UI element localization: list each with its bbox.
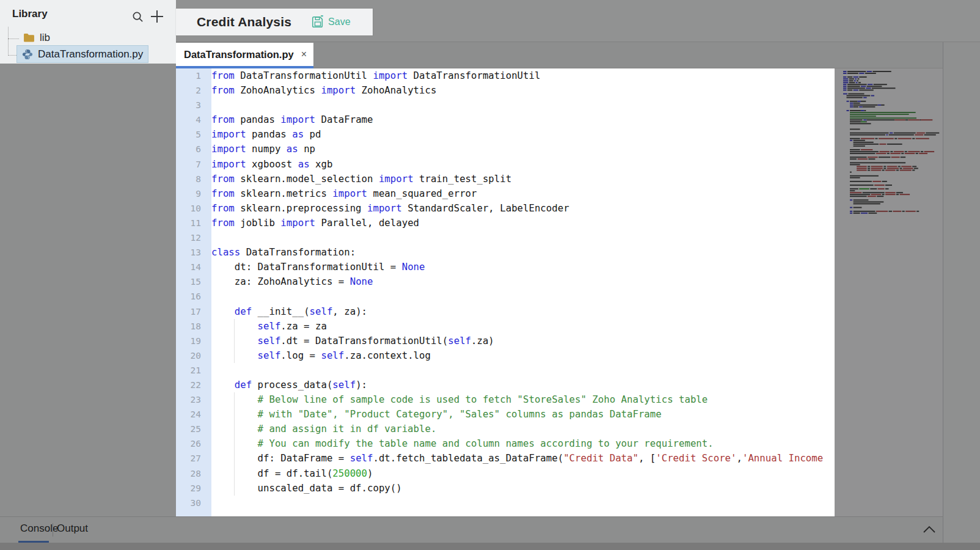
line-number-gutter: 1234567891011121314151617181920212223242… bbox=[176, 68, 211, 516]
line-number: 20 bbox=[176, 348, 211, 363]
folder-icon bbox=[23, 33, 35, 42]
tree-item-label: lib bbox=[40, 32, 50, 44]
line-number: 14 bbox=[176, 260, 211, 274]
line-number: 5 bbox=[176, 127, 211, 142]
right-pane bbox=[943, 42, 980, 543]
line-number: 24 bbox=[176, 407, 211, 422]
code-line: self.za = za bbox=[211, 319, 835, 334]
code-line: self.dt = DataTransformationUtil(self.za… bbox=[211, 334, 835, 348]
code-line: from joblib import Parallel, delayed bbox=[211, 216, 835, 230]
line-number: 11 bbox=[176, 216, 211, 230]
code-line: from sklearn.model_selection import trai… bbox=[211, 172, 835, 186]
divider bbox=[53, 523, 53, 537]
code-line: from ZohoAnalytics import ZohoAnalytics bbox=[211, 83, 835, 98]
code-line bbox=[211, 363, 835, 378]
line-number: 25 bbox=[176, 422, 211, 436]
code-line: df: DataFrame = self.dt.fetch_tabledata_… bbox=[211, 451, 835, 466]
line-number: 6 bbox=[176, 142, 211, 156]
code-line: import numpy as np bbox=[211, 142, 835, 156]
tree-item-label: DataTransformation.py bbox=[38, 48, 143, 61]
code-line: class DataTransformation: bbox=[211, 245, 835, 260]
svg-text:*: * bbox=[321, 15, 324, 21]
code-line: from sklearn.preprocessing import Standa… bbox=[211, 201, 835, 216]
page-title: Credit Analysis bbox=[197, 15, 291, 29]
code-studio-window: Schedule Test Run Library libDataTransfo… bbox=[0, 0, 980, 550]
line-number: 15 bbox=[176, 274, 211, 289]
save-icon: * bbox=[311, 15, 324, 29]
save-button[interactable]: * Save bbox=[311, 15, 350, 29]
code-line: # with "Date", "Product Category", "Sale… bbox=[211, 407, 835, 422]
line-number: 12 bbox=[176, 230, 211, 245]
window-bottom-edge bbox=[0, 543, 980, 550]
add-icon[interactable] bbox=[149, 9, 165, 24]
save-label: Save bbox=[328, 16, 350, 28]
code-line: from pandas import DataFrame bbox=[211, 112, 835, 127]
line-number: 22 bbox=[176, 378, 211, 392]
line-number: 13 bbox=[176, 245, 211, 260]
code-line: import pandas as pd bbox=[211, 127, 835, 142]
python-icon bbox=[22, 49, 33, 60]
line-number: 19 bbox=[176, 334, 211, 348]
line-number: 27 bbox=[176, 451, 211, 466]
line-number: 30 bbox=[176, 496, 211, 510]
indent-guide bbox=[234, 319, 235, 363]
code-line: self.log = self.za.context.log bbox=[211, 348, 835, 363]
line-number: 21 bbox=[176, 363, 211, 378]
minimap[interactable] bbox=[835, 68, 943, 516]
code-line: from DataTransformationUtil import DataT… bbox=[211, 68, 835, 83]
line-number: 17 bbox=[176, 304, 211, 319]
line-number: 23 bbox=[176, 392, 211, 407]
line-number: 7 bbox=[176, 157, 211, 172]
code-line bbox=[211, 230, 835, 245]
code-line: from sklearn.metrics import mean_squared… bbox=[211, 186, 835, 201]
code-line: import xgboost as xgb bbox=[211, 157, 835, 172]
tab-output[interactable]: Output bbox=[57, 522, 88, 535]
code-line: # Below line of sample code is used to f… bbox=[211, 392, 835, 407]
line-number: 2 bbox=[176, 83, 211, 98]
file-tree: libDataTransformation.py bbox=[0, 29, 176, 62]
code-line: def __init__(self, za): bbox=[211, 304, 835, 319]
line-number: 16 bbox=[176, 289, 211, 304]
code-line: # You can modify the table name and colu… bbox=[211, 436, 835, 451]
script-title-box: Credit Analysis * Save bbox=[176, 9, 373, 35]
code-line: unscaled_data = df.copy() bbox=[211, 481, 835, 496]
code-editor[interactable]: 1234567891011121314151617181920212223242… bbox=[176, 68, 835, 516]
line-number: 29 bbox=[176, 481, 211, 496]
library-sidebar: Library libDataTransformation.py bbox=[0, 0, 176, 516]
line-number: 28 bbox=[176, 466, 211, 481]
line-number: 8 bbox=[176, 172, 211, 186]
line-number: 10 bbox=[176, 201, 211, 216]
search-icon[interactable] bbox=[130, 9, 145, 24]
code-line: def process_data(self): bbox=[211, 378, 835, 392]
tree-item-lib[interactable]: lib bbox=[18, 29, 55, 46]
line-number: 9 bbox=[176, 186, 211, 201]
line-number: 1 bbox=[176, 68, 211, 83]
line-number: 18 bbox=[176, 319, 211, 334]
code-line bbox=[211, 98, 835, 112]
code-line: df = df.tail(250000) bbox=[211, 466, 835, 481]
close-icon[interactable]: × bbox=[301, 50, 307, 59]
chevron-up-icon[interactable] bbox=[921, 521, 937, 537]
console-bar: Console Output bbox=[0, 516, 943, 543]
tab-datatransformation[interactable]: DataTransformation.py × bbox=[176, 43, 313, 68]
line-number: 4 bbox=[176, 112, 211, 127]
indent-guide bbox=[234, 392, 235, 496]
code-line: dt: DataTransformationUtil = None bbox=[211, 260, 835, 274]
code-line bbox=[211, 289, 835, 304]
line-number: 3 bbox=[176, 98, 211, 112]
code-line: za: ZohoAnalytics = None bbox=[211, 274, 835, 289]
code-line bbox=[211, 496, 835, 510]
line-number: 26 bbox=[176, 436, 211, 451]
tree-item-datatransformation-py[interactable]: DataTransformation.py bbox=[17, 46, 148, 62]
tab-label: DataTransformation.py bbox=[184, 49, 294, 61]
library-title: Library bbox=[12, 8, 48, 20]
code-line: # and assign it in df variable. bbox=[211, 422, 835, 436]
code-area[interactable]: from DataTransformationUtil import DataT… bbox=[211, 68, 835, 516]
